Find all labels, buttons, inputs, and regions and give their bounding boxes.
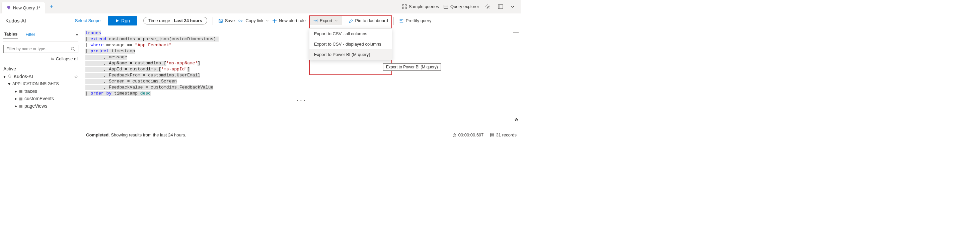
tab-label: New Query 1*: [13, 5, 40, 10]
stopwatch-icon: [452, 133, 457, 137]
tree-item-customevents[interactable]: ▸ ▦ customEvents: [3, 95, 78, 102]
collapse-icon: [50, 57, 54, 61]
lightbulb-icon: [8, 75, 12, 78]
collapse-all-label: Collapse all: [56, 56, 78, 61]
svg-rect-12: [490, 133, 494, 137]
sidebar-tabs: Tables Filter «: [3, 30, 78, 41]
plus-icon: [272, 18, 277, 23]
tables-tab[interactable]: Tables: [3, 30, 18, 39]
svg-line-10: [74, 49, 75, 51]
active-label: Active: [3, 66, 78, 72]
elapsed-value: 00:00:00.697: [458, 132, 484, 137]
editor-area: — traces | extend customdims = parse_jso…: [82, 28, 521, 129]
drag-handle[interactable]: • • •: [82, 99, 521, 102]
export-button[interactable]: Export: [309, 16, 342, 25]
table-icon: ▦: [19, 89, 22, 94]
tree-item-label: pageViews: [24, 103, 47, 108]
query-explorer-button[interactable]: Query explorer: [444, 4, 479, 9]
sample-queries-label: Sample queries: [409, 4, 439, 9]
save-icon: [218, 18, 223, 23]
tooltip: Export to Power BI (M query): [383, 63, 441, 71]
tab-bar: New Query 1* + Sample queries Query expl…: [0, 0, 521, 13]
caret-right-icon: ▸: [15, 96, 17, 101]
query-editor[interactable]: traces | extend customdims = parse_json(…: [82, 28, 521, 99]
filter-input-wrap: [3, 45, 78, 53]
tree-root-label: Kudos-AI: [14, 74, 33, 79]
save-button[interactable]: Save: [218, 18, 235, 23]
prettify-button[interactable]: Prettify query: [399, 18, 431, 23]
table-icon: ▦: [19, 97, 22, 101]
svg-rect-3: [405, 7, 406, 8]
pin-dashboard-button[interactable]: Pin to dashboard: [348, 18, 388, 23]
search-icon: [71, 47, 75, 51]
status-completed: Completed: [86, 132, 108, 137]
scroll-top-icon[interactable]: [514, 118, 519, 123]
copy-link-button[interactable]: Copy link: [238, 18, 269, 23]
run-button[interactable]: Run: [108, 16, 137, 26]
toolbar: Kudos-AI Select Scope Run Time range : L…: [0, 13, 521, 28]
record-count: 31 records: [490, 132, 517, 137]
caret-down-icon: ▾: [3, 74, 6, 79]
svg-rect-4: [444, 5, 448, 8]
grid-icon: [402, 4, 407, 9]
sample-queries-button[interactable]: Sample queries: [402, 4, 439, 9]
page-title: Kudos-AI: [3, 18, 28, 24]
pin-icon: [348, 18, 353, 23]
tree-item-label: customEvents: [24, 96, 54, 101]
divider: [393, 17, 394, 25]
explorer-icon: [444, 4, 448, 9]
filter-tab[interactable]: Filter: [25, 30, 36, 39]
sidebar: Tables Filter « Collapse all Active ▾ Ku…: [0, 28, 82, 129]
svg-rect-1: [405, 4, 406, 6]
lightbulb-icon: [6, 5, 11, 10]
table-icon: [490, 133, 495, 137]
svg-rect-7: [498, 5, 503, 9]
status-text: . Showing results from the last 24 hours…: [108, 132, 186, 137]
play-icon: [115, 19, 119, 23]
tree-group[interactable]: ▾ APPLICATION INSIGHTS: [3, 80, 78, 88]
caret-right-icon: ▸: [15, 103, 17, 108]
new-tab-button[interactable]: +: [45, 3, 58, 10]
panels-icon[interactable]: [496, 4, 504, 10]
svg-point-9: [71, 47, 74, 49]
prettify-icon: [399, 18, 404, 23]
save-label: Save: [225, 18, 235, 23]
svg-rect-2: [402, 7, 404, 8]
collapse-results-icon[interactable]: —: [513, 30, 519, 35]
tree-root[interactable]: ▾ Kudos-AI ☆: [3, 73, 78, 80]
divider: [213, 17, 213, 25]
time-range-picker[interactable]: Time range : Last 24 hours: [143, 17, 207, 24]
chevron-down-icon: [266, 19, 269, 22]
export-label: Export: [320, 18, 332, 23]
new-alert-button[interactable]: New alert rule: [272, 18, 306, 23]
favorite-icon[interactable]: ☆: [74, 74, 78, 79]
elapsed-time: 00:00:00.697: [452, 132, 484, 137]
prettify-label: Prettify query: [406, 18, 431, 23]
tree-item-traces[interactable]: ▸ ▦ traces: [3, 88, 78, 95]
collapse-sidebar-icon[interactable]: «: [76, 32, 78, 37]
run-label: Run: [121, 18, 130, 24]
query-tab[interactable]: New Query 1*: [2, 2, 45, 13]
time-range-label: Time range :: [148, 18, 173, 23]
export-dropdown: Export to CSV - all columns Export to CS…: [309, 28, 392, 60]
select-scope-link[interactable]: Select Scope: [75, 18, 101, 23]
svg-rect-0: [402, 4, 404, 6]
export-csv-displayed[interactable]: Export to CSV - displayed columns: [309, 39, 392, 49]
export-powerbi[interactable]: Export to Power BI (M query): [309, 49, 392, 60]
export-csv-all[interactable]: Export to CSV - all columns: [309, 29, 392, 39]
caret-down-icon: ▾: [8, 81, 10, 86]
time-range-value: Last 24 hours: [174, 18, 202, 23]
new-alert-label: New alert rule: [279, 18, 306, 23]
tree-item-label: traces: [24, 88, 37, 94]
settings-icon[interactable]: [484, 4, 492, 10]
status-bar: Completed. Showing results from the last…: [82, 129, 521, 141]
tree-group-label: APPLICATION INSIGHTS: [13, 81, 59, 86]
tree-item-pageviews[interactable]: ▸ ▦ pageViews: [3, 102, 78, 110]
collapse-all-button[interactable]: Collapse all: [3, 55, 78, 63]
table-icon: ▦: [19, 104, 22, 108]
link-icon: [238, 18, 243, 23]
svg-point-6: [487, 6, 489, 7]
records-value: 31 records: [496, 132, 517, 137]
chevron-down-icon[interactable]: [509, 5, 516, 9]
filter-input[interactable]: [6, 46, 71, 51]
